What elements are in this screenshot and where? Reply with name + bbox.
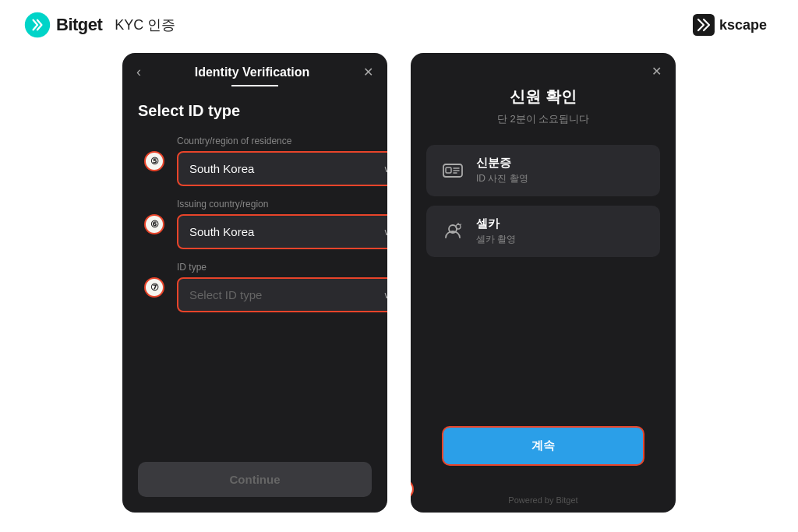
step-5-circle: ⑤ (144, 151, 164, 171)
country-chevron-icon: ∨ (383, 164, 387, 174)
issuing-chevron-icon: ∨ (383, 227, 387, 238)
svg-line-10 (461, 224, 461, 225)
bitget-logo: Bitget (23, 11, 102, 39)
id-card-option[interactable]: 신분증 ID 사진 촬영 (426, 145, 660, 196)
right-title: 신원 확인 (426, 86, 660, 107)
country-select[interactable]: South Korea ∨ (177, 151, 387, 186)
step-6-circle: ⑥ (144, 214, 164, 234)
step-7-circle: ⑦ (144, 277, 164, 298)
bitget-logo-icon (23, 11, 51, 39)
id-card-icon (442, 160, 464, 181)
selfie-text: 셀카 셀카 촬영 (476, 217, 516, 246)
main-content: ‹ Identity Verification ✕ Select ID type… (0, 53, 798, 513)
kscape-logo-icon (693, 14, 715, 36)
top-left-logo: Bitget KYC 인증 (23, 11, 175, 39)
close-button[interactable]: ✕ (363, 65, 373, 79)
selfie-desc: 셀카 촬영 (476, 233, 516, 246)
right-close-button[interactable]: ✕ (651, 64, 662, 79)
continue-button[interactable]: Continue (138, 462, 372, 497)
idtype-label: ID type (177, 262, 387, 273)
id-card-text: 신분증 ID 사진 촬영 (476, 156, 528, 185)
continue-right-button[interactable]: 계속 (442, 426, 644, 466)
panel-header: ‹ Identity Verification ✕ (122, 53, 387, 80)
top-bar: Bitget KYC 인증 kscape (0, 0, 798, 47)
right-header: ✕ (411, 53, 676, 79)
country-label: Country/region of residence (177, 136, 387, 146)
idtype-placeholder: Select ID type (189, 288, 262, 301)
right-body: 신원 확인 단 2분이 소요됩니다 신분증 ID 사진 촬영 (411, 79, 676, 274)
selfie-icon (442, 220, 464, 242)
kyc-label: KYC 인증 (115, 16, 175, 34)
left-panel: ‹ Identity Verification ✕ Select ID type… (122, 53, 387, 513)
powered-by: Powered by Bitget (411, 495, 676, 505)
issuing-select[interactable]: South Korea ∨ (177, 214, 387, 249)
idtype-chevron-icon: ∨ (383, 290, 387, 301)
bitget-text: Bitget (56, 15, 102, 35)
left-panel-body: Select ID type ⑤ Country/region of resid… (122, 86, 387, 340)
right-subtitle: 단 2분이 소요됩니다 (426, 112, 660, 126)
id-card-desc: ID 사진 촬영 (476, 172, 528, 185)
idtype-form-group: ⑦ ID type Select ID type ∨ (177, 262, 387, 312)
issuing-label: Issuing country/region (177, 199, 387, 210)
idtype-select[interactable]: Select ID type ∨ (177, 277, 387, 312)
id-card-icon-box (439, 157, 467, 185)
select-id-title: Select ID type (138, 102, 372, 120)
issuing-value: South Korea (189, 225, 254, 238)
svg-rect-3 (446, 167, 451, 173)
right-panel: ✕ 신원 확인 단 2분이 소요됩니다 신분증 ID 사진 (411, 53, 676, 513)
selfie-icon-box (439, 217, 467, 245)
country-form-group: ⑤ Country/region of residence South Kore… (177, 136, 387, 186)
issuing-form-group: ⑥ Issuing country/region South Korea ∨ (177, 199, 387, 249)
id-card-title: 신분증 (476, 156, 528, 171)
kscape-logo: kscape (693, 14, 767, 36)
kscape-text: kscape (719, 17, 767, 33)
selfie-title: 셀카 (476, 217, 516, 231)
selfie-option[interactable]: 셀카 셀카 촬영 (426, 206, 660, 257)
panel-title: Identity Verification (141, 65, 363, 79)
country-value: South Korea (189, 162, 254, 175)
